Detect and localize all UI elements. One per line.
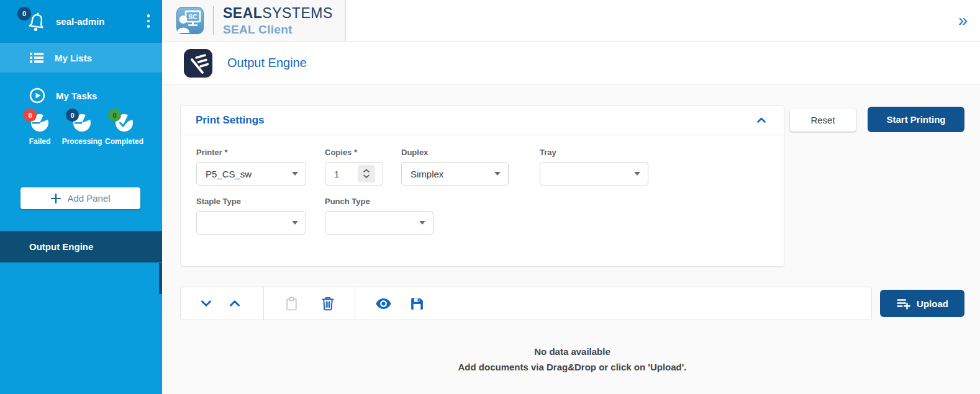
- printer-label: Printer *: [196, 148, 306, 157]
- move-down-button[interactable]: [198, 295, 214, 311]
- sidebar-item-label: My Lists: [55, 53, 92, 63]
- notifications-button[interactable]: 0: [25, 8, 47, 34]
- start-printing-button[interactable]: Start Printing: [868, 107, 964, 132]
- status-failed[interactable]: 0 Failed: [19, 113, 61, 146]
- paste-button[interactable]: [284, 296, 299, 311]
- chevron-down-icon: [198, 295, 214, 311]
- processing-label: Processing: [62, 137, 102, 146]
- main-area: SC SEALSYSTEMS SEAL Client » Output Eng: [162, 0, 980, 394]
- completed-label: Completed: [105, 137, 143, 146]
- plus-icon: [50, 193, 61, 204]
- sidebar-item-my-tasks[interactable]: My Tasks: [0, 81, 162, 110]
- copies-input[interactable]: 1: [325, 162, 383, 186]
- eye-icon: [375, 295, 392, 312]
- move-up-button[interactable]: [227, 295, 243, 311]
- dropdown-caret-icon: [494, 172, 501, 176]
- chevron-up-icon: [754, 113, 769, 128]
- collapse-panel-button[interactable]: [754, 113, 769, 128]
- tray-select[interactable]: [540, 162, 648, 186]
- documents-toolbar: [180, 287, 872, 320]
- expand-panel-icon[interactable]: »: [958, 12, 968, 29]
- status-processing[interactable]: 0 Processing: [61, 113, 103, 146]
- add-panel-button[interactable]: Add Panel: [20, 187, 140, 209]
- empty-state-subtitle: Add documents via Drag&Drop or click on …: [180, 362, 964, 372]
- task-status-summary: 0 Failed 0 Processing: [0, 113, 162, 146]
- panel-title: Print Settings: [196, 114, 265, 127]
- username-label: seal-admin: [56, 16, 104, 27]
- tray-label: Tray: [540, 148, 648, 157]
- play-circle-icon: [29, 87, 45, 104]
- page-title: Output Engine: [227, 56, 307, 70]
- list-icon: [29, 51, 44, 65]
- save-button[interactable]: [409, 296, 425, 311]
- playlist-add-icon: [896, 296, 911, 311]
- reset-button[interactable]: Reset: [790, 109, 856, 132]
- status-completed[interactable]: 0 Completed: [103, 113, 145, 146]
- duplex-select[interactable]: Simplex: [401, 162, 509, 186]
- copies-label: Copies *: [325, 148, 383, 157]
- printer-select[interactable]: P5_CS_sw: [196, 162, 306, 186]
- punch-type-select[interactable]: [325, 211, 433, 235]
- stepper-arrows-icon: [361, 168, 371, 180]
- sidebar-item-my-lists[interactable]: My Lists: [0, 42, 162, 73]
- chevron-up-icon: [227, 295, 243, 311]
- app-logo-tab[interactable]: SC SEALSYSTEMS SEAL Client: [162, 0, 346, 41]
- dropdown-caret-icon: [634, 172, 640, 176]
- brand-subtitle: SEAL Client: [223, 24, 333, 35]
- floppy-save-icon: [409, 296, 425, 311]
- duplex-label: Duplex: [401, 148, 509, 157]
- seal-client-logo-icon: SC: [176, 7, 204, 34]
- empty-state: No data available Add documents via Drag…: [180, 346, 964, 372]
- toolbar-divider: [355, 287, 355, 320]
- copies-stepper[interactable]: [358, 165, 375, 182]
- trash-icon: [320, 295, 336, 311]
- dropdown-caret-icon: [292, 172, 298, 176]
- sidebar-item-output-engine[interactable]: Output Engine: [0, 231, 162, 262]
- brand-block: SEALSYSTEMS SEAL Client: [223, 6, 333, 35]
- empty-state-title: No data available: [180, 346, 964, 357]
- notification-badge: 0: [17, 7, 31, 20]
- logo-divider: [213, 6, 214, 35]
- output-engine-icon: [184, 49, 212, 78]
- brand-secondary: SYSTEMS: [262, 5, 332, 21]
- top-bar: SC SEALSYSTEMS SEAL Client »: [162, 0, 980, 42]
- add-panel-label: Add Panel: [67, 193, 110, 204]
- print-settings-panel: Print Settings Printer * P5_CS_sw: [180, 105, 784, 267]
- sidebar-header: 0 seal-admin: [0, 0, 162, 42]
- punch-type-label: Punch Type: [325, 197, 433, 206]
- failed-label: Failed: [29, 137, 51, 146]
- processing-count-badge: 0: [66, 109, 79, 122]
- clipboard-icon: [284, 296, 299, 311]
- failed-count-badge: 0: [24, 109, 37, 122]
- dropdown-caret-icon: [419, 221, 425, 225]
- dropdown-caret-icon: [292, 221, 298, 225]
- delete-button[interactable]: [320, 295, 336, 311]
- toolbar-divider: [263, 287, 264, 320]
- brand-primary: SEAL: [223, 5, 262, 21]
- sidebar: 0 seal-admin My Lists My Tasks: [0, 0, 162, 394]
- panel-label: Output Engine: [29, 241, 93, 252]
- sidebar-item-label: My Tasks: [56, 91, 97, 101]
- completed-count-badge: 0: [108, 109, 121, 122]
- upload-label: Upload: [917, 298, 948, 309]
- logo-badge-text: SC: [189, 14, 197, 20]
- preview-button[interactable]: [375, 295, 392, 312]
- sidebar-scrollbar[interactable]: [159, 263, 162, 294]
- staple-type-select[interactable]: [196, 211, 306, 235]
- upload-button[interactable]: Upload: [880, 290, 964, 317]
- content-area: Print Settings Printer * P5_CS_sw: [162, 85, 980, 394]
- staple-type-label: Staple Type: [196, 197, 306, 206]
- kebab-menu-icon[interactable]: [145, 12, 153, 30]
- page-header: Output Engine: [162, 42, 980, 85]
